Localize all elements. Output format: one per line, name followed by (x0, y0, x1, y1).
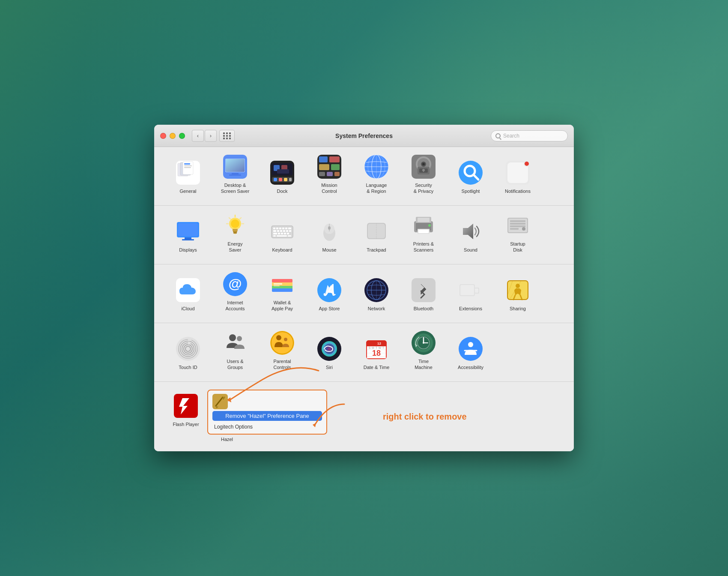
pref-item-sharing[interactable]: Sharing (494, 272, 541, 315)
svg-rect-123 (272, 288, 292, 292)
svg-rect-30 (319, 164, 329, 170)
pref-item-flash[interactable]: Flash Player (164, 388, 207, 431)
forward-button[interactable]: › (205, 130, 217, 142)
svg-rect-31 (331, 164, 340, 170)
pref-item-wallet[interactable]: Wallet &Apple Pay (259, 272, 306, 315)
back-button[interactable]: ‹ (192, 130, 204, 142)
window-controls (160, 133, 185, 139)
flash-icon-wrap (173, 393, 199, 419)
svg-point-115 (522, 227, 525, 231)
pref-item-dock[interactable]: Dock (259, 155, 306, 198)
siri-icon (317, 337, 341, 361)
pref-item-siri[interactable]: Siri (306, 331, 353, 374)
pref-item-network[interactable]: Network (353, 272, 400, 315)
svg-rect-111 (510, 220, 525, 222)
pref-item-extensions[interactable]: Extensions (447, 272, 494, 315)
svg-marker-192 (313, 423, 316, 427)
pref-item-touchid[interactable]: Touch ID (164, 331, 212, 374)
mission-control-icon (317, 155, 341, 179)
flash-label: Flash Player (173, 421, 199, 427)
pref-item-spotlight[interactable]: Spotlight (447, 155, 494, 198)
svg-rect-22 (289, 178, 292, 181)
svg-text:T: T (382, 346, 385, 349)
pref-item-energy[interactable]: EnergySaver (212, 213, 259, 256)
pref-item-displays[interactable]: Displays (164, 213, 212, 256)
search-bar[interactable]: Search (491, 130, 568, 141)
desktop-icon (223, 155, 247, 179)
pref-item-desktop[interactable]: Desktop &Screen Saver (212, 155, 259, 198)
pref-item-general[interactable]: General (164, 155, 212, 198)
pref-item-keyboard[interactable]: Keyboard (259, 213, 306, 256)
parental-label: ParentalControls (274, 358, 291, 371)
pref-item-notifications[interactable]: Notifications (494, 155, 541, 198)
pref-item-bluetooth[interactable]: Bluetooth (400, 272, 447, 315)
users-label: Users &Groups (227, 358, 243, 371)
svg-rect-125 (274, 285, 280, 286)
svg-marker-108 (463, 224, 473, 239)
svg-rect-6 (184, 163, 190, 165)
svg-rect-103 (418, 218, 430, 222)
pref-item-internet-accounts[interactable]: @ InternetAccounts (212, 272, 259, 315)
hazel-icon (212, 394, 228, 409)
logitech-label: Logitech Options (212, 424, 253, 430)
keyboard-icon-wrap (269, 219, 295, 244)
svg-rect-77 (285, 228, 287, 229)
pref-item-mouse[interactable]: Mouse (306, 213, 353, 256)
maximize-button[interactable] (179, 133, 185, 139)
svg-rect-57 (185, 237, 191, 239)
svg-rect-190 (212, 394, 228, 409)
pref-item-printers[interactable]: Printers &Scanners (400, 213, 447, 256)
svg-rect-34 (334, 172, 340, 176)
internet-accounts-icon-wrap: @ (222, 271, 248, 297)
language-icon-wrap (364, 154, 389, 180)
pref-item-parental[interactable]: ParentalControls (259, 331, 306, 374)
wallet-icon (270, 272, 294, 296)
mouse-label: Mouse (322, 247, 336, 253)
accessibility-icon (459, 337, 483, 361)
spotlight-icon (459, 161, 483, 185)
siri-icon-wrap (316, 336, 342, 362)
section-internet: iCloud @ InternetAccounts (154, 264, 574, 323)
internet-accounts-label: InternetAccounts (225, 300, 245, 312)
startup-disk-icon-wrap (505, 213, 531, 238)
bottom-row: Flash Player (164, 388, 564, 442)
pref-item-mission-control[interactable]: MissionControl (306, 155, 353, 198)
general-label: General (179, 188, 196, 194)
svg-rect-87 (281, 233, 283, 234)
pref-item-security[interactable]: Security& Privacy (400, 155, 447, 198)
svg-rect-16 (226, 159, 245, 172)
pref-item-app-store[interactable]: 𝓐 App Store (306, 272, 353, 315)
grid-view-button[interactable] (219, 130, 235, 142)
pref-item-datetime[interactable]: 18 S M T W T 12 Date & Time (353, 331, 400, 374)
wallet-label: Wallet &Apple Pay (272, 300, 293, 312)
svg-line-66 (229, 218, 230, 219)
svg-point-157 (276, 335, 281, 340)
pref-item-icloud[interactable]: iCloud (164, 272, 212, 315)
context-menu-popup: Remove "Hazel" Preference Pane Logitech … (207, 390, 327, 435)
close-button[interactable] (160, 133, 166, 139)
svg-point-50 (459, 161, 483, 185)
svg-rect-91 (277, 235, 287, 237)
timemachine-icon-wrap (411, 330, 436, 356)
touchid-icon (176, 337, 200, 361)
pref-item-sound[interactable]: Sound (447, 213, 494, 256)
pref-item-timemachine[interactable]: TimeMachine (400, 331, 447, 374)
minimize-button[interactable] (170, 133, 176, 139)
displays-icon-wrap (175, 219, 201, 244)
svg-rect-68 (233, 229, 238, 231)
svg-rect-74 (276, 228, 278, 229)
svg-text:M: M (372, 346, 374, 349)
context-menu-item[interactable]: Remove "Hazel" Preference Pane (212, 411, 322, 421)
pref-item-accessibility[interactable]: Accessibility (447, 331, 494, 374)
pref-item-trackpad[interactable]: Trackpad (353, 213, 400, 256)
pref-item-language[interactable]: Language& Region (353, 155, 400, 198)
pref-item-startup-disk[interactable]: StartupDisk (494, 213, 541, 256)
svg-point-61 (231, 219, 239, 228)
printers-label: Printers &Scanners (413, 241, 434, 253)
svg-line-67 (240, 218, 241, 219)
pref-item-users[interactable]: Users &Groups (212, 331, 259, 374)
icloud-label: iCloud (181, 306, 194, 312)
security-icon (412, 155, 436, 179)
svg-rect-20 (279, 178, 282, 181)
window-title: System Preferences (335, 132, 393, 139)
